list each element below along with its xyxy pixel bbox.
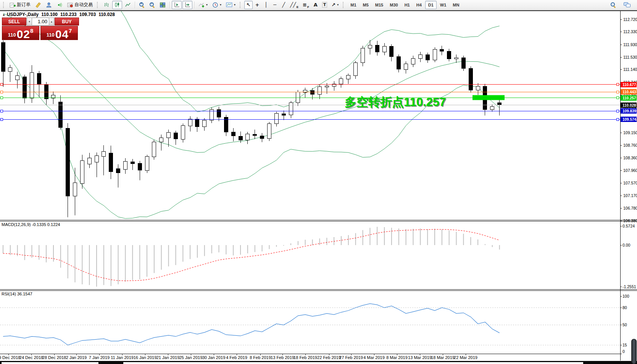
- date-axis[interactable]: 19 Dec 201824 Dec 201828 Dec 20182 Jan 2…: [0, 354, 477, 360]
- svg-text:109.839: 109.839: [622, 109, 637, 113]
- low-value: 109.703: [79, 12, 96, 17]
- toolbar-grip[interactable]: [97, 2, 99, 8]
- svg-text:25 Jan 2019: 25 Jan 2019: [179, 355, 203, 360]
- hline-handle[interactable]: [0, 83, 3, 86]
- buy-price-big: 04: [55, 29, 69, 40]
- timeframe-mn[interactable]: MN: [450, 1, 462, 9]
- svg-text:110.443: 110.443: [622, 90, 636, 94]
- new-order-button[interactable]: 新订单: [8, 1, 32, 9]
- line-chart-button[interactable]: [123, 1, 133, 9]
- auto-scroll-button[interactable]: [172, 1, 182, 9]
- hline-handle[interactable]: [0, 118, 3, 120]
- templates-button[interactable]: ▾: [224, 1, 237, 9]
- triangle-up-icon: ▲: [2, 13, 5, 16]
- tile-windows-icon: [160, 2, 166, 8]
- search-button[interactable]: [608, 1, 618, 9]
- bar-chart-button[interactable]: [102, 1, 111, 9]
- svg-text:16 Jan 2019: 16 Jan 2019: [134, 355, 157, 360]
- high-value: 110.233: [60, 12, 77, 17]
- timeframe-m5[interactable]: M5: [360, 1, 372, 9]
- timeframe-d1[interactable]: D1: [425, 1, 437, 9]
- buy-price[interactable]: 110 04 7: [40, 26, 78, 40]
- timeframe-h4[interactable]: H4: [413, 1, 425, 9]
- svg-text:13 Mar 2019: 13 Mar 2019: [408, 355, 432, 360]
- chat-icon: [624, 2, 631, 8]
- volume-increase-button[interactable]: ▴: [49, 18, 54, 26]
- candlestick-chart-icon: [114, 2, 120, 8]
- auto-trading-button[interactable]: 自动交易: [65, 1, 95, 9]
- indicators-button[interactable]: ▾: [197, 1, 210, 9]
- hline-handle[interactable]: [0, 110, 3, 112]
- chart-shift-icon: [184, 2, 190, 8]
- svg-text:110.028: 110.028: [622, 103, 636, 107]
- rsi-line: [3, 304, 500, 345]
- indicators-icon: [198, 2, 205, 8]
- svg-text:108.360: 108.360: [623, 156, 637, 160]
- text-tool-icon: A: [314, 2, 318, 8]
- svg-text:109.150: 109.150: [623, 130, 637, 135]
- macd-label: MACD(12,26,9) -0.1335 0.1224: [2, 222, 60, 227]
- horizontal-line-tool[interactable]: ─: [271, 1, 279, 9]
- hline-handle[interactable]: [0, 91, 3, 93]
- crosshair-tool[interactable]: +: [253, 1, 261, 9]
- vertical-line-tool[interactable]: │: [262, 1, 270, 9]
- toolbar-grip[interactable]: [343, 2, 345, 8]
- svg-text:8 Mar 2019: 8 Mar 2019: [386, 355, 408, 360]
- signals-button[interactable]: [55, 1, 65, 9]
- arrows-tool[interactable]: ↗▾: [329, 1, 340, 9]
- volume-decrease-button[interactable]: ▾: [27, 18, 32, 26]
- chart-shift-button[interactable]: [182, 1, 192, 9]
- dropdown-caret-icon: ▾: [234, 3, 235, 6]
- hline-handle[interactable]: [0, 97, 3, 99]
- hline-handle[interactable]: [616, 110, 619, 112]
- turning-point-annotation[interactable]: 多空转折点110.257: [345, 94, 446, 110]
- timeframe-m30[interactable]: M30: [387, 1, 401, 9]
- candles: [1, 40, 502, 217]
- zoom-in-button[interactable]: +: [137, 1, 147, 9]
- svg-text:107.170: 107.170: [623, 193, 637, 198]
- panel-separators[interactable]: [0, 11, 637, 361]
- timeframe-m1[interactable]: M1: [347, 1, 359, 9]
- hline-handle[interactable]: [616, 83, 619, 86]
- svg-text:100: 100: [622, 294, 629, 298]
- toolbar-separator: [194, 2, 195, 8]
- profile-button[interactable]: [44, 1, 54, 9]
- timeframe-h1[interactable]: H1: [402, 1, 413, 9]
- text-tool[interactable]: A: [311, 1, 320, 9]
- symbol-label: USDJPY-,Daily: [7, 12, 39, 17]
- horizontal-lines: [0, 83, 620, 121]
- toolbar-grip[interactable]: [240, 2, 242, 8]
- scrollbar-thumb[interactable]: [631, 339, 637, 364]
- equidistant-channel-tool[interactable]: ╱╱E: [288, 1, 300, 9]
- cursor-tool[interactable]: ↖: [244, 1, 253, 9]
- toolbar-grip[interactable]: [3, 2, 5, 8]
- chart-canvas[interactable]: 112.720112.330111.930111.530111.140110.7…: [0, 0, 637, 364]
- buy-button[interactable]: BUY: [55, 18, 79, 26]
- sell-button[interactable]: SELL: [2, 18, 26, 26]
- chat-button[interactable]: [622, 1, 632, 9]
- svg-text:11 Jan 2019: 11 Jan 2019: [111, 355, 134, 360]
- timeframe-w1[interactable]: W1: [437, 1, 450, 9]
- sell-price[interactable]: 110 02 8: [2, 26, 39, 40]
- trendline-tool-icon: ╱: [282, 2, 285, 8]
- eraser-button[interactable]: [33, 1, 43, 9]
- svg-text:112.720: 112.720: [623, 17, 637, 22]
- svg-text:2 Jan 2019: 2 Jan 2019: [66, 355, 87, 360]
- volume-input[interactable]: [32, 18, 49, 26]
- hline-handle[interactable]: [616, 118, 619, 120]
- macd-signal-line: [3, 229, 500, 281]
- hline-handle[interactable]: [616, 91, 619, 93]
- svg-text:7 Jan 2019: 7 Jan 2019: [89, 355, 110, 360]
- text-label-tool[interactable]: T: [320, 1, 329, 9]
- svg-text:18 Mar 2019: 18 Mar 2019: [431, 355, 455, 360]
- buy-price-pip: 7: [69, 27, 72, 34]
- trendline-tool[interactable]: ╱: [279, 1, 288, 9]
- tile-windows-button[interactable]: [158, 1, 168, 9]
- candlestick-chart-button[interactable]: [112, 1, 122, 9]
- caret-down-icon: ▾: [29, 20, 30, 23]
- hline-handle[interactable]: [616, 97, 619, 99]
- zoom-out-button[interactable]: −: [147, 1, 157, 9]
- fibonacci-tool[interactable]: ≡F: [301, 1, 311, 9]
- timeframe-m15[interactable]: M15: [372, 1, 386, 9]
- periods-button[interactable]: ▾: [210, 1, 223, 9]
